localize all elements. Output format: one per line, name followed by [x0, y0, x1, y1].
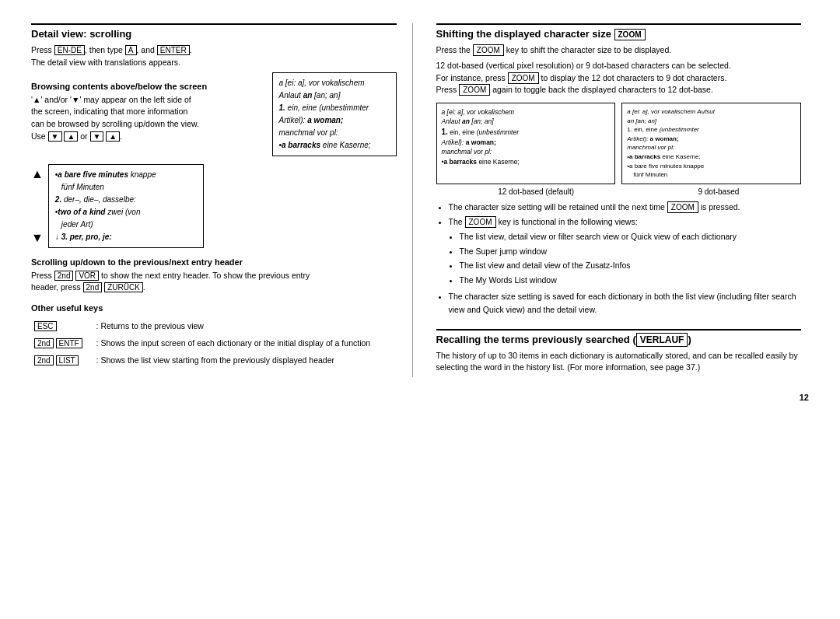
up-key2: ▲ [106, 131, 120, 142]
intro-text: Press EN-DE, then type A, and ENTER. The… [31, 44, 397, 69]
browse-title: Browsing contents above/below the screen [31, 82, 264, 91]
zoom-bullets-2: The character size setting is saved for … [436, 290, 802, 316]
right-column: Shifting the displayed character size ZO… [436, 23, 810, 377]
browse-text: '▲' and/or '▼' may appear on the left si… [31, 94, 264, 143]
shifting-intro1: Press the ZOOM key to shift the characte… [436, 44, 802, 57]
zoom-key-inline1: ZOOM [473, 44, 504, 56]
entf-key: ENTF [56, 338, 82, 348]
down-key2: ▼ [90, 131, 104, 142]
arrow-up-indicator: ▲ [31, 167, 44, 181]
list-key: LIST [56, 355, 79, 365]
verlauf-key: VERLAUF [636, 333, 688, 347]
bullet-7: The character size setting is saved for … [449, 290, 802, 316]
12dot-example: a [ei: a], vor vokalischem Anlaut an [an… [436, 103, 616, 184]
down-key: ▼ [48, 131, 62, 142]
entf-row: 2nd ENTF : Shows the input screen of eac… [33, 336, 395, 351]
zoom-bullets: The character size setting will be retai… [436, 201, 802, 229]
arrow-down-indicator: ▼ [31, 231, 44, 245]
en-de-key: EN-DE [54, 45, 85, 55]
bullet-2: The ZOOM key is functional in the follow… [449, 215, 802, 229]
shifting-intro2: 12 dot-based (vertical pixel resolution)… [436, 60, 802, 96]
shifting-title: Shifting the displayed character size ZO… [436, 23, 802, 40]
recalling-text: The history of up to 30 items in each di… [436, 350, 802, 375]
9dot-example: a [ei: a], vor vokalischem Aufsut an [an… [621, 103, 801, 184]
bullet-4: The Super jump window [460, 245, 802, 258]
12dot-label: 12 dot-based (default) [498, 187, 574, 196]
esc-key: ESC [34, 321, 57, 331]
zoom-key-inline3: ZOOM [459, 84, 490, 96]
keys-table: ESC : Returns to the previous view 2nd E… [31, 317, 397, 369]
bullet-1: The character size setting will be retai… [449, 201, 802, 214]
dot-examples: a [ei: a], vor vokalischem Anlaut an [an… [436, 103, 802, 184]
scroll-title: Scrolling up/down to the previous/next e… [31, 257, 397, 267]
list-row: 2nd LIST : Shows the list view starting … [33, 353, 395, 369]
bullet-6: The My Words List window [460, 274, 802, 287]
9dot-label: 9 dot-based [698, 187, 739, 196]
zuruck-key: ZURÜCK [104, 282, 143, 292]
2nd-list-key: 2nd [34, 355, 54, 365]
page-number: 12 [31, 393, 809, 402]
zoom-key-inline2: ZOOM [508, 72, 539, 84]
detail-example-box: a [ei: a], vor vokalischem Anlaut an [an… [272, 72, 397, 156]
zoom-sub-bullets: The list view, detail view or filter sea… [436, 230, 802, 287]
enter-key: ENTER [157, 45, 190, 55]
other-keys-title: Other useful keys [31, 303, 397, 313]
zoom-key-title: ZOOM [614, 29, 646, 40]
a-key: A [125, 45, 137, 55]
page-layout: Detail view: scrolling Press EN-DE, then… [31, 23, 809, 377]
scroll-text: Press 2nd VOR to show the next entry hea… [31, 270, 397, 295]
2nd-entf-key: 2nd [34, 338, 54, 348]
browse-example-box: •a bare five minutes knappe fünf Minuten… [48, 164, 204, 248]
2nd-key2: 2nd [83, 282, 103, 292]
detail-view-title: Detail view: scrolling [31, 23, 397, 40]
bullet-3: The list view, detail view or filter sea… [460, 230, 802, 243]
bullet-5: The list view and detail view of the Zus… [460, 259, 802, 272]
dot-labels: 12 dot-based (default) 9 dot-based [436, 187, 802, 196]
up-key: ▲ [64, 131, 78, 142]
left-column: Detail view: scrolling Press EN-DE, then… [31, 23, 413, 377]
browse-example-area: ▲ ▼ •a bare five minutes knappe fünf Min… [31, 164, 397, 248]
vor-key: VOR [75, 271, 99, 281]
2nd-key: 2nd [54, 271, 74, 281]
recalling-title: Recalling the terms previously searched … [436, 329, 802, 345]
esc-row: ESC : Returns to the previous view [33, 319, 395, 334]
